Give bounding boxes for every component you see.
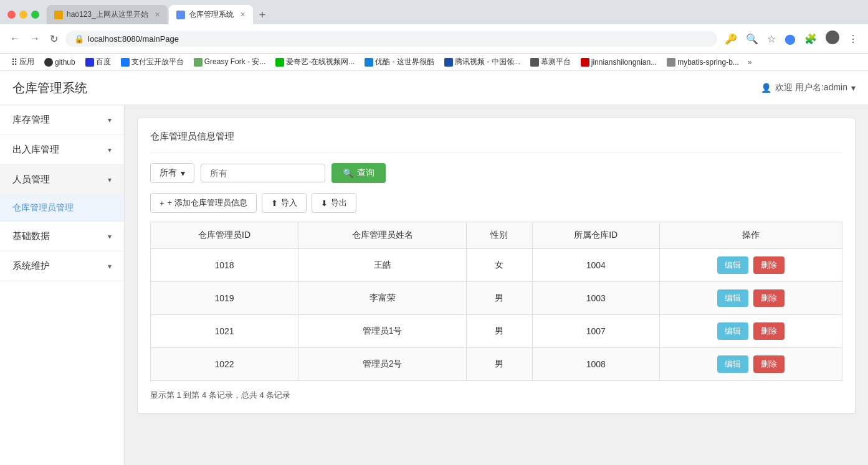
key-icon: 🔑	[722, 31, 740, 47]
bookmark-greasyfork-label: Greasy Fork - 安...	[204, 57, 266, 67]
delete-button[interactable]: 删除	[753, 355, 785, 373]
tencent-icon	[444, 58, 453, 67]
cell-admin-id: 1021	[151, 315, 298, 348]
add-icon: +	[160, 199, 165, 208]
zoom-icon[interactable]: 🔍	[743, 31, 761, 47]
tab-close-active-icon[interactable]: ✕	[240, 11, 246, 19]
greasyfork-icon	[194, 58, 203, 67]
export-button[interactable]: ⬇ 导出	[312, 193, 356, 213]
bookmark-jinnian[interactable]: jinnianshilongnian...	[577, 57, 661, 68]
address-bar[interactable]: 🔒 localhost:8080/mainPage	[65, 31, 717, 47]
bookmark-mybatis-label: mybatis-spring-b...	[677, 58, 739, 67]
cell-admin-name: 管理员1号	[298, 315, 467, 348]
cell-actions: 编辑 删除	[659, 249, 842, 282]
th-warehouse-id: 所属仓库ID	[532, 222, 659, 249]
bookmark-iqiyi-label: 爱奇艺-在线视频网...	[286, 57, 355, 67]
bookmark-github-label: github	[55, 58, 75, 67]
delete-button[interactable]: 删除	[753, 289, 785, 307]
bookmark-greasyfork[interactable]: Greasy Fork - 安...	[190, 55, 270, 68]
cell-admin-id: 1018	[151, 249, 298, 282]
sidebar-item-system[interactable]: 系统维护 ▾	[0, 251, 124, 281]
bookmark-tencent-video[interactable]: 腾讯视频 - 中国领...	[441, 55, 524, 68]
chevron-personnel-icon: ▾	[108, 176, 112, 184]
tab-close-icon[interactable]: ✕	[155, 11, 160, 19]
th-admin-id: 仓库管理员ID	[151, 222, 298, 249]
bookmark-mutest[interactable]: 幕测平台	[527, 55, 575, 68]
bookmark-youku[interactable]: 优酷 - 这世界很酷	[361, 55, 438, 68]
export-button-label: 导出	[331, 197, 347, 209]
chevron-inout-icon: ▾	[108, 146, 112, 154]
sidebar-item-inventory[interactable]: 库存管理 ▾	[0, 105, 124, 135]
th-admin-name: 仓库管理员姓名	[298, 222, 467, 249]
mutest-icon	[530, 58, 539, 67]
edit-button[interactable]: 编辑	[717, 322, 748, 340]
jinnian-icon	[581, 58, 589, 67]
table-header-row: 仓库管理员ID 仓库管理员姓名 性别 所属仓库ID 操作	[151, 222, 842, 249]
reload-button[interactable]: ↻	[47, 31, 60, 47]
import-icon: ⬆	[271, 199, 278, 208]
edit-button[interactable]: 编辑	[717, 355, 748, 373]
cell-warehouse-id: 1007	[532, 315, 659, 348]
filter-dropdown[interactable]: 所有 ▾	[150, 163, 194, 183]
chevron-inventory-icon: ▾	[108, 116, 112, 124]
table-row: 1019 李富荣 男 1003 编辑 删除	[151, 282, 842, 315]
menu-icon[interactable]: ⋮	[846, 31, 861, 47]
tab-hao123[interactable]: hao123_上网从这里开始 ✕	[47, 5, 168, 24]
minimize-button[interactable]	[19, 11, 27, 19]
chrome-logo: ⬤	[782, 31, 798, 47]
bookmark-baidu[interactable]: 百度	[82, 55, 115, 68]
bookmark-icon[interactable]: ☆	[765, 31, 778, 47]
bookmark-apps[interactable]: ⠿ 应用	[7, 55, 38, 68]
bookmark-baidu-label: 百度	[96, 57, 111, 67]
add-button[interactable]: + + 添加仓库管理员信息	[150, 193, 257, 213]
sidebar-item-basic[interactable]: 基础数据 ▾	[0, 222, 124, 251]
back-button[interactable]: ←	[7, 31, 22, 47]
app-title: 仓库管理系统	[12, 80, 87, 96]
edit-button[interactable]: 编辑	[717, 289, 748, 307]
import-button[interactable]: ⬆ 导入	[262, 193, 307, 213]
new-tab-button[interactable]: +	[254, 6, 271, 24]
user-label: 欢迎 用户名:admin	[775, 82, 847, 93]
extensions-icon[interactable]: 🧩	[802, 31, 819, 47]
bookmark-apps-label: 应用	[19, 57, 34, 67]
bookmark-github[interactable]: github	[41, 57, 79, 68]
tab-warehouse[interactable]: 仓库管理系统 ✕	[169, 5, 253, 24]
sidebar-item-warehouse-admin[interactable]: 仓库管理员管理	[0, 195, 124, 222]
sidebar-sub-section: 仓库管理员管理	[0, 195, 124, 222]
bookmark-alipay[interactable]: 支付宝开放平台	[117, 55, 188, 68]
search-button[interactable]: 🔍 查询	[331, 163, 386, 183]
iqiyi-icon	[275, 58, 284, 67]
cell-admin-name: 李富荣	[298, 282, 467, 315]
sidebar-item-personnel[interactable]: 人员管理 ▾	[0, 165, 124, 195]
user-info: 👤 欢迎 用户名:admin ▾	[761, 82, 856, 93]
edit-button[interactable]: 编辑	[717, 256, 748, 274]
user-chevron-icon[interactable]: ▾	[851, 83, 856, 93]
lock-icon: 🔒	[74, 34, 84, 44]
action-bar: + + 添加仓库管理员信息 ⬆ 导入 ⬇ 导出	[150, 193, 842, 213]
maximize-button[interactable]	[31, 11, 39, 19]
forward-button[interactable]: →	[27, 31, 42, 47]
bookmarks-more[interactable]: »	[748, 58, 752, 67]
close-button[interactable]	[7, 11, 16, 19]
pagination-text: 显示第 1 到第 4 条记录，总共 4 条记录	[150, 390, 842, 401]
delete-button[interactable]: 删除	[753, 322, 785, 340]
alipay-icon	[121, 58, 130, 67]
profile-icon[interactable]	[823, 28, 842, 49]
bookmark-iqiyi[interactable]: 爱奇艺-在线视频网...	[272, 55, 358, 68]
search-button-label: 查询	[357, 167, 374, 179]
delete-button[interactable]: 删除	[753, 256, 785, 274]
sidebar: 库存管理 ▾ 出入库管理 ▾ 人员管理 ▾ 仓库管理员管理 基础数据	[0, 105, 125, 465]
sidebar-label-basic: 基础数据	[12, 230, 50, 242]
add-button-label: + 添加仓库管理员信息	[168, 197, 247, 209]
cell-warehouse-id: 1008	[532, 348, 659, 381]
bookmark-mybatis[interactable]: mybatis-spring-b...	[663, 57, 743, 68]
cell-admin-id: 1019	[151, 282, 298, 315]
content-card: 仓库管理员信息管理 所有 ▾ 🔍 查询	[137, 118, 856, 414]
github-icon	[44, 58, 53, 67]
cell-gender: 男	[466, 282, 532, 315]
import-button-label: 导入	[281, 197, 297, 209]
sidebar-item-inout[interactable]: 出入库管理 ▾	[0, 135, 124, 165]
cell-admin-id: 1022	[151, 348, 298, 381]
search-input[interactable]	[201, 164, 325, 182]
sidebar-label-personnel: 人员管理	[12, 174, 50, 186]
